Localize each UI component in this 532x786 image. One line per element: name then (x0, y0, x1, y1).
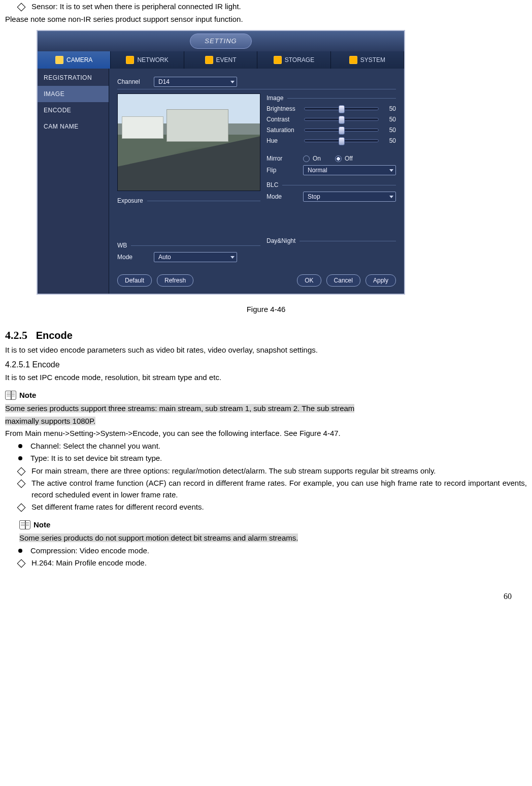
camera-preview (117, 93, 260, 191)
dropdown-value: Normal (308, 166, 327, 175)
blc-mode-dropdown[interactable]: Stop (303, 192, 396, 202)
flip-dropdown[interactable]: Normal (303, 165, 396, 175)
mirror-label: Mirror (267, 154, 303, 163)
window-title: SETTING (190, 34, 251, 49)
highlighted-text: Some series products support three strea… (5, 404, 354, 413)
daynight-label: Day&Night (267, 236, 295, 245)
slider-knob[interactable] (339, 127, 345, 135)
sidebar-item-image[interactable]: IMAGE (38, 86, 109, 102)
section-number: 4.2.5 (5, 329, 27, 341)
note-label: Note (34, 519, 50, 531)
sidebar: REGISTRATION IMAGE ENCODE CAM NAME (38, 69, 109, 294)
refresh-button[interactable]: Refresh (157, 274, 193, 287)
text: From Main menu->Setting->System->Encode,… (5, 428, 527, 439)
mirror-on-radio[interactable] (303, 155, 310, 162)
blc-mode-label: Mode (267, 192, 303, 201)
bullet-sensor: Sensor: It is to set when there is perip… (18, 1, 527, 13)
section-4-2-5: 4.2.5 Encode (5, 327, 527, 343)
bullet-set-rates: Set different frame rates for different … (18, 501, 527, 513)
bullet-acf: The active control frame function (ACF) … (18, 478, 527, 500)
channel-dropdown[interactable]: D14 (154, 77, 237, 87)
slider-knob[interactable] (339, 116, 345, 124)
diamond-icon (17, 3, 26, 12)
mirror-off-radio[interactable] (335, 155, 342, 162)
storage-icon (274, 56, 282, 64)
chevron-down-icon (389, 196, 393, 198)
tab-label: SYSTEM (360, 55, 385, 65)
tab-camera[interactable]: CAMERA (38, 51, 111, 69)
wb-mode-dropdown[interactable]: Auto (154, 252, 237, 262)
slider-contrast[interactable]: Contrast50 (267, 115, 396, 124)
network-icon (126, 56, 134, 64)
camera-icon (55, 56, 63, 64)
diamond-icon (17, 559, 26, 568)
slider-knob[interactable] (339, 105, 345, 113)
tab-storage[interactable]: STORAGE (257, 51, 330, 69)
text: Compression: Video encode mode. (30, 545, 149, 557)
text: H.264: Main Profile encode mode. (31, 557, 147, 569)
cancel-button[interactable]: Cancel (326, 274, 360, 287)
sidebar-item-cam-name[interactable]: CAM NAME (38, 118, 109, 135)
radio-label: Off (345, 154, 353, 163)
radio-label: On (313, 154, 321, 163)
highlighted-text: maximally supports 1080P. (5, 417, 95, 425)
highlighted-text: Some series products do not support moti… (19, 533, 298, 542)
apply-button[interactable]: Apply (365, 274, 396, 287)
chevron-down-icon (389, 169, 393, 172)
note-label: Note (19, 390, 36, 401)
text: Type: It is to set device bit stream typ… (30, 453, 162, 464)
bullet-h264: H.264: Main Profile encode mode. (18, 557, 527, 569)
slider-value: 50 (384, 125, 396, 135)
image-section-label: Image (267, 93, 283, 103)
book-icon (19, 520, 30, 529)
ok-button[interactable]: OK (297, 274, 321, 287)
slider-hue[interactable]: Hue50 (267, 136, 396, 145)
top-tabs: CAMERA NETWORK EVENT STORAGE SYSTEM (38, 51, 404, 69)
dot-icon (18, 444, 22, 448)
slider-label: Hue (267, 136, 304, 145)
slider-brightness[interactable]: Brightness50 (267, 104, 396, 113)
tab-event[interactable]: EVENT (184, 51, 257, 69)
text: Set different frame rates for different … (31, 501, 204, 513)
bullet-main-stream: For main stream, there are three options… (18, 465, 527, 477)
sidebar-item-registration[interactable]: REGISTRATION (38, 70, 109, 86)
text-please-note: Please note some non-IR series product s… (5, 14, 527, 25)
tab-system[interactable]: SYSTEM (331, 51, 404, 69)
sidebar-item-encode[interactable]: ENCODE (38, 102, 109, 118)
tab-label: EVENT (216, 55, 237, 65)
channel-label: Channel (117, 77, 154, 86)
tab-label: CAMERA (66, 55, 92, 65)
default-button[interactable]: Default (117, 274, 152, 287)
slider-value: 50 (384, 115, 396, 124)
slider-saturation[interactable]: Saturation50 (267, 125, 396, 135)
exposure-label: Exposure (117, 196, 143, 205)
slider-label: Contrast (267, 115, 304, 124)
dropdown-value: D14 (158, 77, 170, 86)
figure-caption: Figure 4-46 (5, 304, 527, 316)
slider-label: Brightness (267, 104, 304, 113)
tab-network[interactable]: NETWORK (111, 51, 184, 69)
diamond-icon (17, 504, 26, 512)
dot-icon (18, 549, 22, 553)
chevron-down-icon (230, 256, 235, 259)
tab-label: NETWORK (137, 55, 168, 65)
bullet-type: Type: It is to set device bit stream typ… (18, 453, 527, 464)
slider-value: 50 (384, 104, 396, 113)
blc-label: BLC (267, 180, 278, 190)
note-body-2: Some series products do not support moti… (19, 532, 527, 544)
text: It is to set IPC encode mode, resolution… (5, 372, 527, 384)
slider-knob[interactable] (339, 137, 345, 145)
bullet-compression: Compression: Video encode mode. (18, 545, 527, 557)
tab-label: STORAGE (285, 55, 314, 65)
settings-window: SETTING CAMERA NETWORK EVENT STORAGE SYS… (37, 30, 405, 295)
text: Sensor: It is to set when there is perip… (31, 1, 241, 13)
note-heading: Note (5, 390, 527, 401)
section-title: Encode (36, 330, 73, 341)
subsection-4-2-5-1: 4.2.5.1 Encode (5, 359, 527, 371)
title-bar: SETTING (38, 31, 404, 51)
note-body-line2: maximally supports 1080P. (5, 416, 527, 427)
page-number: 60 (5, 570, 527, 608)
chevron-down-icon (230, 81, 235, 83)
wb-label: WB (117, 241, 127, 250)
dot-icon (18, 456, 22, 460)
